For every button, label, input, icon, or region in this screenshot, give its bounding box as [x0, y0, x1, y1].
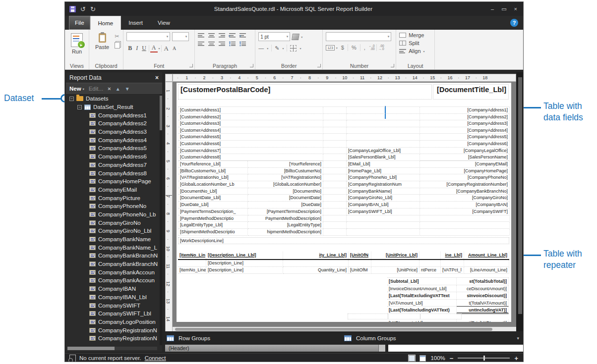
customer-address-cell[interactable]: [CustomerAddress3] — [179, 120, 323, 127]
zoom-slider[interactable] — [458, 358, 510, 359]
label-cell[interactable] — [347, 229, 420, 236]
total-label-cell[interactable]: [Last(TotalIncludingVATText) — [387, 307, 457, 314]
border-width-select[interactable]: 1 pt▾ — [258, 32, 290, 41]
cell[interactable] — [178, 260, 206, 267]
customer-address-cell[interactable]: [CustomerAddress8] — [179, 154, 323, 161]
value-cell[interactable] — [420, 222, 510, 229]
copy-icon[interactable] — [115, 42, 120, 49]
number-dialog-launcher-icon[interactable] — [391, 64, 394, 67]
value-cell[interactable]: [LegalEntityType] — [248, 222, 323, 229]
row-group-header-item[interactable]: (Header) — [165, 345, 385, 352]
tree-item-field[interactable]: CompanyHomePage — [66, 177, 159, 186]
company-address-cell[interactable]: [CompanyAddress2] — [420, 114, 510, 121]
totals-table[interactable]: [Subtotal_Lbl] st(TotalSubTotal)] [Invoi… — [387, 277, 509, 314]
items-table[interactable]: [ItemNo_Lin [Description_Line_Lbl] ity_L… — [178, 252, 509, 274]
cell[interactable]: [LineAmount_Line] — [464, 267, 509, 274]
label-cell[interactable]: [BilltoCustomerNo_Lbl] — [179, 168, 248, 175]
numbering-icon[interactable] — [239, 42, 246, 46]
label-cell[interactable]: [CompanySWIFT_Lbl] — [347, 208, 420, 215]
header-cell[interactable] — [419, 252, 441, 259]
cell[interactable] — [283, 260, 349, 267]
split-button[interactable]: Split — [399, 40, 431, 46]
total-value-cell[interactable]: t(TotalVATAmount)] — [457, 319, 509, 322]
value-cell[interactable]: [CompanyGiroNo] — [420, 195, 510, 202]
tab-insert[interactable]: Insert — [121, 16, 150, 30]
value-cell[interactable]: [YourReference] — [248, 161, 323, 168]
close-button[interactable]: × — [514, 6, 517, 12]
align-right-icon[interactable] — [219, 42, 225, 46]
total-value-cell[interactable]: untIncludingVAT)] — [457, 307, 509, 314]
tree-item-field[interactable]: CompanyAddress2 — [66, 119, 159, 128]
font-family-select[interactable]: ▾ — [126, 32, 170, 41]
currency-icon[interactable]: $ — [339, 45, 346, 51]
design-view-icon[interactable] — [409, 355, 415, 362]
mid-label-cell[interactable] — [347, 134, 420, 141]
header-cell[interactable]: [ItemNo_Lin — [178, 252, 206, 259]
column-group-empty-item[interactable] — [388, 345, 524, 352]
tab-home[interactable]: Home — [90, 16, 121, 30]
design-canvas[interactable]: [CustomerPostalBarCode] [DocumentTitle_L… — [173, 82, 516, 332]
total-value-cell[interactable]: ceDiscountAmount)] — [457, 285, 509, 293]
bold-button[interactable]: B — [126, 45, 133, 52]
label-cell[interactable]: [DocumentDate_Lbl] — [179, 195, 248, 202]
number-format-icon[interactable]: 123 — [326, 45, 335, 51]
value-cell[interactable]: PaymentMethodDescription] — [248, 215, 323, 222]
total-value-cell[interactable]: sInvoiceDiscount)] — [457, 292, 509, 300]
tree-item-field[interactable]: CompanyLogoPosition — [66, 318, 159, 326]
cell[interactable]: ntPerce — [419, 267, 441, 274]
mid-label-cell[interactable]: [SalesPersonBlank_Lbl] — [347, 154, 420, 161]
collapse-icon[interactable]: − — [69, 97, 74, 101]
delete-icon[interactable]: × — [108, 86, 111, 92]
spacer-cell[interactable] — [323, 229, 347, 236]
underline-button[interactable]: U — [140, 45, 148, 52]
preview-view-icon[interactable] — [419, 355, 426, 362]
spacer-cell[interactable] — [323, 202, 347, 208]
label-cell[interactable] — [347, 215, 420, 222]
chevron-down-icon[interactable]: ▾ — [517, 336, 519, 341]
report-page[interactable]: [CustomerPostalBarCode] [DocumentTitle_L… — [177, 83, 511, 322]
increase-decimal-icon[interactable]: ←.0 .00 — [369, 45, 375, 51]
tree-item-field[interactable]: CompanyRegistrationN — [66, 334, 159, 343]
tree-item-field[interactable]: CompanySWIFT_Lbl — [66, 310, 159, 318]
header-cell[interactable]: ity_Line_Lbl] — [283, 252, 349, 259]
customer-address-cell[interactable]: [CustomerAddress4] — [179, 127, 323, 134]
label-cell[interactable]: [CompanyBankName] — [347, 188, 420, 195]
label-cell[interactable]: [EMail_Lbl] — [347, 161, 420, 168]
bullets-icon[interactable] — [229, 42, 236, 46]
tree-item-field[interactable]: CompanyPhoneNo — [66, 202, 159, 210]
cell[interactable] — [349, 260, 371, 267]
company-address-cell[interactable]: [CompanyLegalOffice] — [420, 148, 510, 155]
value-cell[interactable] — [420, 229, 510, 236]
font-dialog-launcher-icon[interactable] — [189, 64, 193, 67]
panel-close-icon[interactable]: × — [155, 74, 159, 81]
tree-item-datasets[interactable]: − Datasets — [66, 95, 159, 103]
move-down-icon[interactable]: ▼ — [125, 86, 130, 92]
spacer-cell[interactable] — [323, 181, 347, 188]
align-button[interactable]: Align▾ — [399, 48, 431, 54]
column-groups-pane[interactable]: Column Groups ▾ — [340, 335, 524, 341]
tree-item-field[interactable]: CompanySWIFT — [66, 301, 159, 310]
help-icon[interactable]: ? — [510, 19, 518, 27]
merge-button[interactable]: Merge — [399, 32, 431, 38]
address-table[interactable]: [CustomerAddress1] [CompanyAddress1] [Cu… — [178, 106, 509, 161]
label-cell[interactable]: [GlobalLocationNumber_Lb — [179, 181, 248, 188]
connect-link[interactable]: Connect — [145, 355, 166, 361]
design-vertical-scrollbar[interactable] — [516, 72, 524, 332]
label-cell[interactable]: [DocumentNo_Lbl] — [179, 188, 248, 195]
cell[interactable]: [UnitOfM — [349, 267, 371, 274]
spacer-cell[interactable] — [323, 174, 347, 181]
value-cell[interactable]: hipmentMethodDescription] — [248, 229, 323, 236]
run-button[interactable]: ▶ Run — [68, 32, 86, 55]
zoom-in-button[interactable]: + — [514, 355, 518, 362]
thousands-separator-icon[interactable]: , — [362, 45, 367, 51]
mid-label-cell[interactable] — [347, 120, 420, 127]
tree-item-field[interactable]: CompanyIBAN — [66, 285, 159, 293]
value-cell[interactable]: [GlobalLocationNumber] — [248, 181, 323, 188]
tab-file[interactable]: File — [69, 16, 90, 30]
decrease-decimal-icon[interactable]: .00 →.0 — [378, 45, 384, 51]
spacer-cell[interactable] — [323, 195, 347, 202]
value-cell[interactable]: [BilltoCustumerNo] — [248, 168, 323, 175]
grow-font-button[interactable]: A — [163, 45, 170, 52]
label-cell[interactable]: [VATRegistrationNo_Lbl] — [179, 174, 248, 181]
border-color-pen-icon[interactable]: ✎ — [275, 46, 279, 51]
